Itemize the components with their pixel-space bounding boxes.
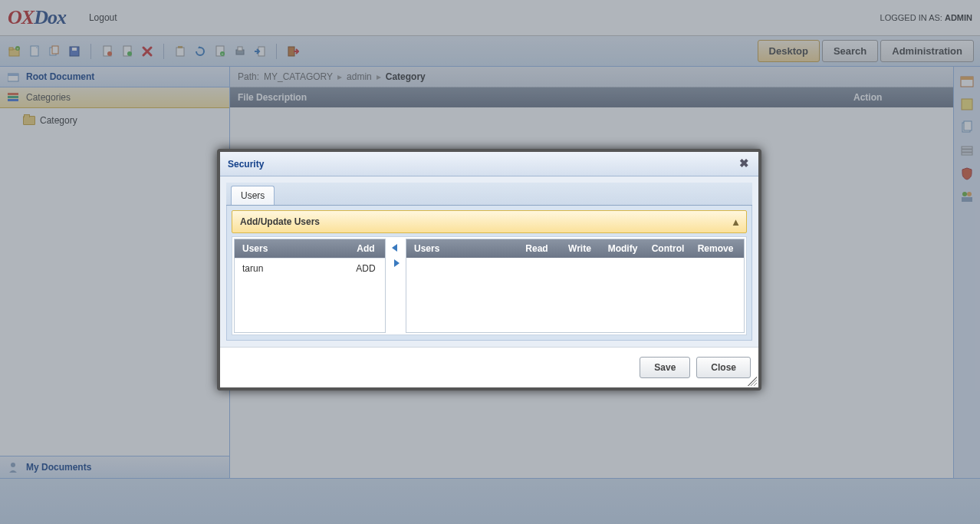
- col-users: Users: [239, 243, 351, 254]
- col-control: Control: [644, 243, 692, 254]
- modal-buttons: Save Close: [220, 347, 758, 387]
- tab-strip: Users: [226, 183, 752, 206]
- table-empty-space: [235, 278, 385, 332]
- tab-users[interactable]: Users: [231, 186, 275, 205]
- two-tables: Users Add tarun ADD Users R: [232, 236, 747, 335]
- arrow-left-icon[interactable]: [390, 243, 402, 254]
- section-header[interactable]: Add/Update Users ▴: [232, 210, 747, 233]
- col-remove: Remove: [692, 243, 739, 254]
- collapse-icon[interactable]: ▴: [733, 216, 738, 228]
- close-icon[interactable]: ✖: [738, 157, 751, 170]
- modal-body: Users Add/Update Users ▴ Users Add tarun…: [220, 176, 758, 347]
- transfer-arrows: [386, 239, 406, 333]
- modal-title-bar: Security ✖: [220, 152, 758, 176]
- arrow-right-icon[interactable]: [390, 259, 402, 269]
- assigned-users-table: Users Read Write Modify Control Remove: [406, 239, 745, 333]
- cell-add-link[interactable]: ADD: [351, 263, 380, 274]
- table-row[interactable]: tarun ADD: [235, 258, 385, 278]
- table-empty-space: [406, 258, 744, 331]
- save-button[interactable]: Save: [640, 357, 690, 378]
- modal-title: Security: [228, 159, 264, 170]
- col-write: Write: [558, 243, 601, 254]
- inner-panel: Add/Update Users ▴ Users Add tarun ADD: [226, 206, 752, 341]
- col-add: Add: [351, 243, 380, 254]
- resize-grip-icon[interactable]: [748, 377, 757, 386]
- right-table-header: Users Read Write Modify Control Remove: [406, 239, 744, 258]
- section-title: Add/Update Users: [240, 216, 320, 227]
- cell-user: tarun: [239, 263, 351, 274]
- close-button[interactable]: Close: [696, 357, 751, 378]
- col-modify: Modify: [601, 243, 644, 254]
- left-table-header: Users Add: [235, 239, 385, 258]
- security-modal: Security ✖ Users Add/Update Users ▴ User…: [217, 149, 761, 391]
- col-users: Users: [411, 243, 515, 254]
- col-read: Read: [515, 243, 558, 254]
- available-users-table: Users Add tarun ADD: [234, 239, 386, 333]
